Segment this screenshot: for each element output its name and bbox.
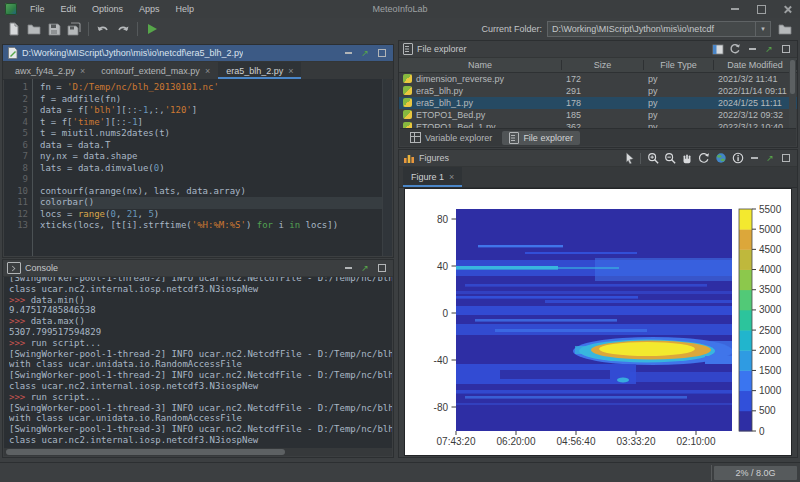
app-logo-icon xyxy=(5,3,17,15)
file-explorer-titlebar[interactable]: File explorer ↗ xyxy=(399,41,797,58)
file-table-scrollbar[interactable] xyxy=(789,58,796,132)
tab-file-explorer[interactable]: File explorer xyxy=(502,131,580,145)
rotate-tool-button[interactable] xyxy=(696,151,711,165)
save-all-button[interactable] xyxy=(64,20,84,38)
menu-apps[interactable]: Apps xyxy=(132,2,167,16)
new-file-button[interactable] xyxy=(4,20,24,38)
redo-button[interactable] xyxy=(113,20,133,38)
window-maximize-button[interactable] xyxy=(748,0,774,18)
current-folder-dropdown-button[interactable]: ▾ xyxy=(755,22,770,36)
editor-tab-awx_fy4a_2.py[interactable]: awx_fy4a_2.py× xyxy=(7,62,93,79)
zoom-in-button[interactable] xyxy=(645,151,660,165)
open-current-folder-button[interactable] xyxy=(711,43,725,56)
tab-close-icon[interactable]: × xyxy=(80,66,85,76)
panel-maximize-button[interactable] xyxy=(779,152,793,165)
console-panel-titlebar[interactable]: Console ↗ xyxy=(3,260,393,277)
tab-label: awx_fy4a_2.py xyxy=(15,66,75,76)
current-folder-combobox[interactable]: ▾ xyxy=(547,21,771,37)
run-script-button[interactable] xyxy=(142,20,162,38)
current-folder-label: Current Folder: xyxy=(481,24,542,34)
tab-close-icon[interactable]: × xyxy=(205,66,210,76)
zoom-out-icon xyxy=(664,152,676,164)
svg-text:-80: -80 xyxy=(434,402,449,413)
panel-minimize-button[interactable] xyxy=(341,262,355,275)
column-header-date-modified[interactable]: Date Modified xyxy=(714,60,797,70)
menu-bar: FileEditOptionsAppsHelp xyxy=(23,2,201,16)
editor-tab-contourf_extend_max.py[interactable]: contourf_extend_max.py× xyxy=(93,62,218,79)
figure-canvas[interactable]: 07:43:2006:20:0004:56:4003:33:2002:10:00… xyxy=(405,189,791,455)
scrollbar-thumb[interactable] xyxy=(790,60,795,94)
window-minimize-button[interactable] xyxy=(722,0,748,18)
panel-maximize-button[interactable] xyxy=(779,43,793,56)
menu-file[interactable]: File xyxy=(23,2,52,16)
panel-float-button[interactable]: ↗ xyxy=(358,262,372,275)
minimize-icon xyxy=(751,157,758,159)
page-icon xyxy=(509,132,519,144)
column-header-file-type[interactable]: File Type xyxy=(644,60,714,70)
globe-icon xyxy=(715,152,727,164)
open-file-button[interactable] xyxy=(24,20,44,38)
menu-edit[interactable]: Edit xyxy=(54,2,84,16)
svg-text:4000: 4000 xyxy=(759,264,782,275)
panel-maximize-button[interactable] xyxy=(375,262,389,275)
scrollbar-thumb[interactable] xyxy=(6,449,285,455)
figures-panel: Figures ↗ xyxy=(398,149,798,458)
menu-options[interactable]: Options xyxy=(85,2,130,16)
script-file-icon xyxy=(7,47,18,59)
float-icon: ↗ xyxy=(766,154,774,163)
console-output[interactable]: [SwingWorker-pool-1-thread-2] INFO ucar.… xyxy=(4,277,392,448)
minimize-icon xyxy=(749,48,756,50)
chevron-down-icon: ▾ xyxy=(761,25,765,33)
refresh-button[interactable] xyxy=(728,43,742,56)
svg-text:0: 0 xyxy=(442,308,448,319)
file-explorer-controls: ↗ xyxy=(711,43,793,56)
table-row[interactable]: era5_blh_1.py178py2024/1/25 11:11 xyxy=(399,97,797,109)
panel-float-button[interactable]: ↗ xyxy=(762,43,776,56)
code-text[interactable]: fn = 'D:/Temp/nc/blh_20130101.nc'f = add… xyxy=(33,79,382,256)
panel-minimize-button[interactable] xyxy=(341,47,355,60)
panel-maximize-button[interactable] xyxy=(375,47,389,60)
globe-tool-button[interactable] xyxy=(713,151,728,165)
contour-plot[interactable]: 07:43:2006:20:0004:56:4003:33:2002:10:00… xyxy=(405,189,793,455)
panel-float-button[interactable]: ↗ xyxy=(358,47,372,60)
figure-tab[interactable]: Figure 1 × xyxy=(403,167,462,187)
panel-minimize-button[interactable] xyxy=(747,152,761,165)
undo-button[interactable] xyxy=(93,20,113,38)
line-number: 1 xyxy=(4,82,28,94)
select-tool-button[interactable] xyxy=(621,151,636,165)
tab-close-icon[interactable]: × xyxy=(449,172,454,182)
console-hscrollbar[interactable] xyxy=(4,448,392,456)
pan-tool-button[interactable] xyxy=(679,151,694,165)
column-header-name[interactable]: Name xyxy=(399,60,562,70)
editor-tab-era5_blh_2.py[interactable]: era5_blh_2.py× xyxy=(218,62,301,79)
svg-text:04:56:40: 04:56:40 xyxy=(557,436,596,447)
table-row[interactable]: era5_blh.py291py2022/11/14 09:11 xyxy=(399,85,797,97)
tab-close-icon[interactable]: × xyxy=(288,66,293,76)
editor-panel-titlebar[interactable]: D:\Working\MIScript\Jython\mis\io\netcdf… xyxy=(3,45,393,62)
memory-usage-indicator: 2% / 8.0G xyxy=(714,466,797,480)
column-header-size[interactable]: Size xyxy=(562,60,644,70)
editor-scrollbar[interactable] xyxy=(382,79,392,256)
svg-text:5000: 5000 xyxy=(759,224,782,235)
table-row[interactable]: dimension_reverse.py172py2021/3/2 11:41 xyxy=(399,73,797,85)
current-folder-input[interactable] xyxy=(548,23,755,35)
figure-info-button[interactable] xyxy=(730,151,745,165)
float-icon: ↗ xyxy=(765,45,773,54)
table-row[interactable]: ETOPO1_Bed.py185py2022/3/12 09:32 xyxy=(399,109,797,121)
menu-help[interactable]: Help xyxy=(169,2,202,16)
zoom-out-button[interactable] xyxy=(662,151,677,165)
browse-folder-button[interactable] xyxy=(776,20,794,38)
tab-variable-explorer[interactable]: Variable explorer xyxy=(403,131,499,145)
panel-minimize-button[interactable] xyxy=(745,43,759,56)
figures-titlebar[interactable]: Figures ↗ xyxy=(399,150,797,167)
console-panel-title: Console xyxy=(25,263,58,273)
redo-icon xyxy=(116,22,130,36)
prompt-symbol: >>> xyxy=(9,316,25,326)
undo-icon xyxy=(96,22,110,36)
rotate-icon xyxy=(698,152,710,164)
window-close-button[interactable] xyxy=(774,0,800,18)
code-editor[interactable]: 12345678910111213 fn = 'D:/Temp/nc/blh_2… xyxy=(4,79,392,256)
panel-float-button[interactable]: ↗ xyxy=(763,152,777,165)
save-button[interactable] xyxy=(44,20,64,38)
svg-text:500: 500 xyxy=(759,405,776,416)
